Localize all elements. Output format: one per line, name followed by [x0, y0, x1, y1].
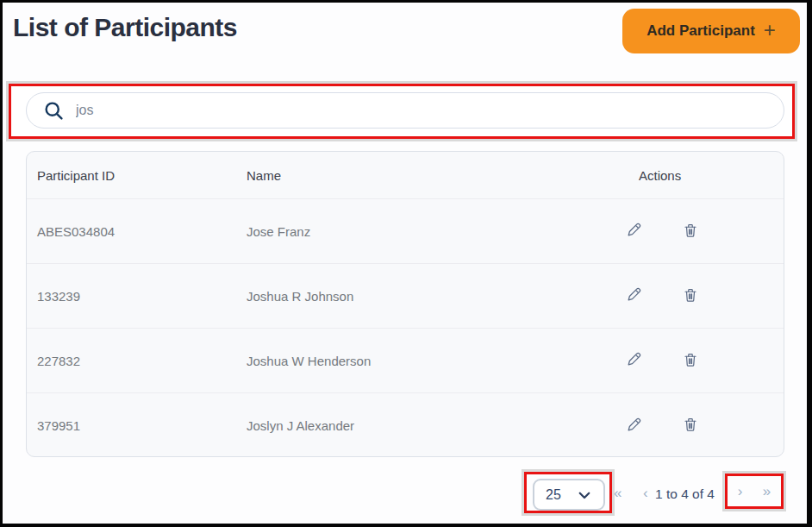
page-title: List of Participants [13, 13, 237, 42]
plus-icon: + [764, 20, 776, 41]
column-header-actions: Actions [600, 168, 784, 183]
add-participant-button[interactable]: Add Participant + [622, 9, 800, 53]
pager-range-text: 1 to 4 of 4 [655, 486, 715, 502]
delete-button[interactable] [683, 286, 698, 306]
delete-button[interactable] [683, 351, 698, 371]
participant-id: ABES034804 [27, 224, 238, 239]
annotation-box-next-last: › » [725, 474, 784, 509]
add-participant-label: Add Participant [646, 22, 755, 40]
edit-button[interactable] [626, 222, 642, 241]
annotation-box-search [9, 84, 795, 139]
trash-icon [683, 416, 698, 436]
page-size-dropdown[interactable]: 25 [533, 479, 605, 511]
search-bar[interactable] [26, 92, 784, 129]
table-row: 227832 Joshua W Henderson [27, 329, 784, 393]
edit-button[interactable] [626, 417, 642, 436]
participant-name: Joslyn J Alexander [238, 418, 600, 433]
pager-prev-button[interactable]: ‹ [643, 486, 648, 500]
edit-pencil-icon [626, 286, 642, 305]
edit-pencil-icon [626, 222, 642, 241]
edit-button[interactable] [626, 286, 642, 305]
screenshot-frame: List of Participants Add Participant + P… [0, 0, 812, 527]
participant-id: 379951 [27, 418, 238, 433]
pager-next-button[interactable]: › [738, 484, 743, 499]
trash-icon [683, 222, 698, 242]
trash-icon [683, 351, 698, 371]
pager-last-button[interactable]: » [763, 484, 771, 499]
participants-table: Participant ID Name Actions ABES034804 J… [26, 151, 784, 457]
trash-icon [683, 286, 698, 306]
table-row: ABES034804 Jose Franz [27, 199, 784, 264]
search-icon [43, 100, 65, 122]
edit-button[interactable] [626, 351, 642, 370]
delete-button[interactable] [683, 222, 698, 242]
participant-id: 133239 [27, 289, 238, 304]
column-header-participant-id: Participant ID [27, 168, 238, 183]
participant-name: Joshua R Johnson [238, 289, 600, 304]
edit-pencil-icon [626, 351, 642, 370]
search-input[interactable] [76, 93, 784, 128]
delete-button[interactable] [683, 416, 698, 436]
annotation-box-page-size: 25 [524, 472, 612, 513]
table-row: 133239 Joshua R Johnson [27, 264, 784, 329]
table-header-row: Participant ID Name Actions [27, 152, 784, 199]
page-size-value: 25 [546, 487, 561, 503]
participant-name: Jose Franz [238, 224, 600, 239]
table-row: 379951 Joslyn J Alexander [27, 393, 784, 457]
column-header-name: Name [238, 168, 600, 183]
pager-first-button[interactable]: « [614, 486, 621, 500]
participant-name: Joshua W Henderson [238, 354, 600, 368]
participant-id: 227832 [27, 354, 238, 368]
edit-pencil-icon [626, 417, 642, 436]
chevron-down-icon [577, 487, 592, 503]
